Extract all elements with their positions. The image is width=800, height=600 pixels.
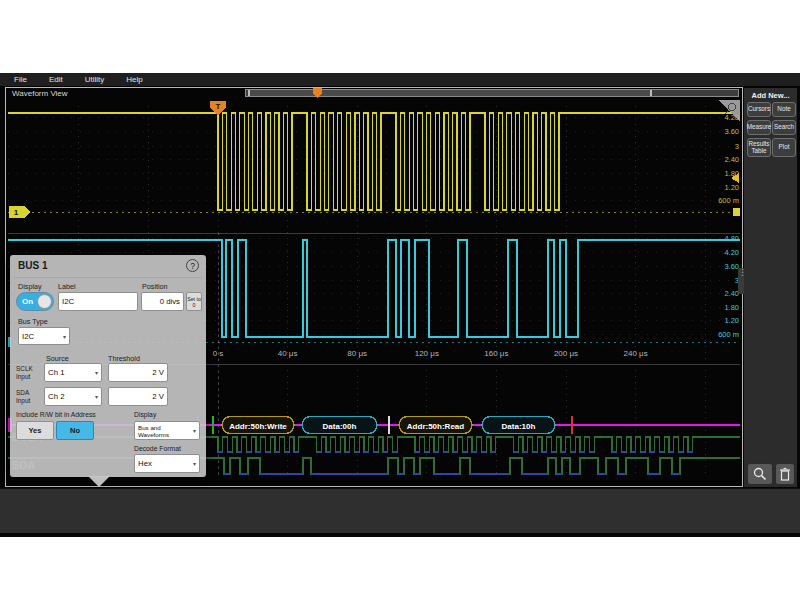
ch2-axis-label: 1.80 [724, 303, 739, 312]
measure-button[interactable]: Measure [747, 120, 771, 135]
ch2-axis-label: 2.40 [724, 289, 739, 298]
screen: File Edit Utility Help Waveform View Add… [0, 0, 800, 600]
time-axis-label: 80 μs [347, 349, 367, 358]
display-mode-dropdown[interactable]: Bus and Waveforms▾ [134, 421, 200, 440]
add-new-title: Add New... [744, 91, 797, 100]
status-bar [0, 488, 800, 533]
ch1-axis-label: 4.20 [724, 113, 739, 122]
ch1-axis-label: 2.40 [724, 155, 739, 164]
bus-type-value: I2C [22, 332, 34, 341]
menu-utility[interactable]: Utility [77, 75, 113, 84]
chevron-down-icon: ▾ [193, 460, 196, 467]
sda-threshold-input[interactable]: 2 V [108, 387, 168, 406]
time-axis-label: 120 μs [415, 349, 439, 358]
set-to-zero-button[interactable]: Set to 0 [186, 292, 202, 311]
menu-help[interactable]: Help [118, 75, 150, 84]
decode-label: Data:10h [502, 422, 536, 431]
bus-label-input[interactable]: I2C [58, 292, 138, 311]
zoom-box-button[interactable] [747, 463, 773, 485]
bus1-config-dialog: BUS 1 ? Display Label Position On I2C 0 … [10, 255, 206, 477]
chevron-down-icon: ▾ [193, 427, 196, 434]
decode-label: Addr:50h:Read [407, 422, 464, 431]
source-header: Source [46, 354, 69, 363]
sda-source-dropdown[interactable]: Ch 2▾ [44, 387, 102, 406]
time-axis-label: 240 μs [624, 349, 648, 358]
menu-file[interactable]: File [6, 75, 35, 84]
decode-format-value: Hex [138, 459, 152, 468]
chevron-down-icon: ▾ [95, 369, 98, 376]
ch1-axis-label: 1.20 [724, 183, 739, 192]
ch2-axis-label: 4.20 [724, 248, 739, 257]
sclk-threshold-input[interactable]: 2 V [108, 363, 168, 382]
ch1-position-badge[interactable] [9, 206, 30, 218]
sclk-source-value: Ch 1 [48, 368, 64, 377]
rw-bit-label: Include R/W bit in Address [16, 411, 96, 418]
trash-icon [779, 467, 791, 481]
bus-type-label: Bus Type [18, 317, 48, 326]
time-axis-label: 200 μs [554, 349, 578, 358]
ch1-axis-label: 1.80 [724, 169, 739, 178]
position-input[interactable]: 0 divs [141, 292, 184, 311]
decode-label: Data:00h [323, 422, 357, 431]
menu-edit[interactable]: Edit [41, 75, 71, 84]
time-axis-label: 160 μs [484, 349, 508, 358]
decode-format-dropdown[interactable]: Hex▾ [134, 454, 200, 473]
ch1-axis-label: 600 m [718, 196, 739, 205]
ch2-axis-label: 1.20 [724, 316, 739, 325]
display-mode-value: Bus and Waveforms [138, 424, 193, 438]
display-label: Display [18, 282, 42, 291]
ch1-zero-marker [733, 208, 740, 216]
sda-source-value: Ch 2 [48, 392, 64, 401]
time-axis-label: 0 s [213, 349, 224, 358]
results-table-button[interactable]: Results Table [747, 138, 771, 157]
sclk-input-label: SCLK Input [16, 365, 42, 380]
decode-label: Addr:50h:Write [229, 422, 287, 431]
cursors-button[interactable]: Cursors [747, 102, 771, 117]
magnifier-icon [752, 467, 768, 481]
trigger-flag-label: T [216, 102, 221, 111]
ch2-axis-label: 3.60 [724, 262, 739, 271]
display-mode-label: Display [134, 411, 156, 418]
ch1-trace [8, 113, 740, 210]
help-icon[interactable]: ? [186, 259, 199, 272]
dialog-pointer [88, 476, 110, 487]
divider [14, 277, 202, 278]
pan-zoom-window[interactable] [248, 90, 652, 96]
ch2-axis-label: 4.80 [724, 234, 739, 243]
time-axis-label: 40 μs [278, 349, 298, 358]
rw-no-button[interactable]: No [56, 421, 94, 440]
display-toggle[interactable]: On [16, 292, 54, 311]
sclk-source-dropdown[interactable]: Ch 1▾ [44, 363, 102, 382]
note-button[interactable]: Note [772, 102, 796, 117]
sda-input-label: SDA Input [16, 389, 42, 404]
label-label: Label [58, 282, 76, 291]
ch2-axis-label: 600 m [718, 330, 739, 339]
threshold-header: Threshold [108, 354, 140, 363]
decode-format-label: Decode Format [134, 445, 181, 452]
position-label: Position [142, 282, 168, 291]
rw-yes-button[interactable]: Yes [16, 421, 54, 440]
dialog-title: BUS 1 [18, 260, 47, 271]
waveform-view-title: Waveform View [12, 89, 68, 98]
toggle-on-label: On [22, 297, 33, 306]
search-button[interactable]: Search [772, 120, 796, 135]
chevron-down-icon: ▾ [63, 333, 66, 340]
bus-type-dropdown[interactable]: I2C▾ [18, 327, 70, 345]
ch1-axis-label: 3.60 [724, 127, 739, 136]
toggle-knob[interactable] [37, 294, 52, 309]
ch1-position-label: 1 [14, 208, 19, 217]
trash-button[interactable] [775, 463, 795, 485]
menu-bar: File Edit Utility Help [0, 73, 800, 87]
chevron-down-icon: ▾ [95, 393, 98, 400]
plot-button[interactable]: Plot [772, 138, 796, 157]
ch1-axis-label: 3 [735, 142, 739, 151]
